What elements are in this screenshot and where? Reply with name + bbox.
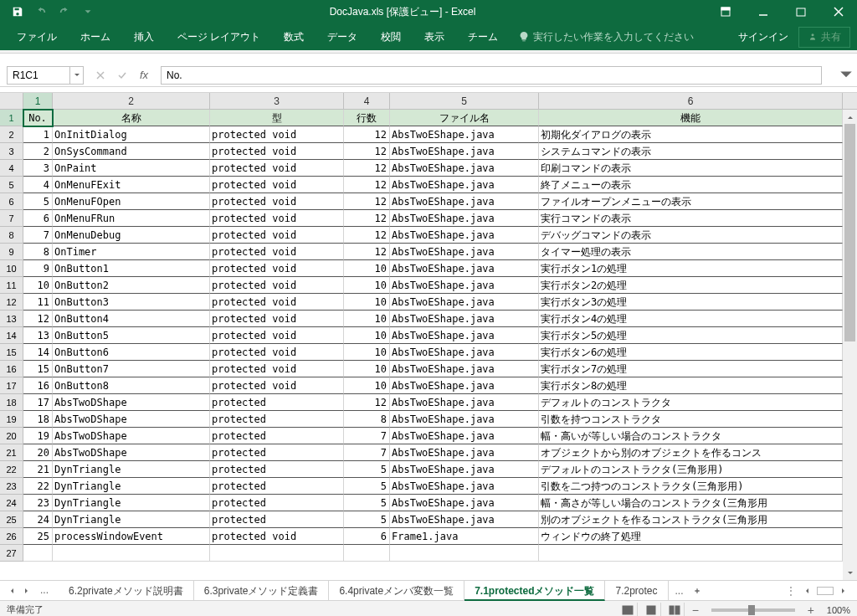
cell[interactable]: DynTriangle	[53, 511, 210, 528]
row-header[interactable]: 9	[0, 244, 23, 260]
cell[interactable]: 11	[23, 294, 53, 311]
cell[interactable]: 15	[23, 361, 53, 377]
cell[interactable]: DynTriangle	[53, 495, 210, 511]
cell[interactable]: 実行ボタン5の処理	[539, 327, 843, 344]
cell[interactable]: 9	[23, 260, 53, 277]
cell[interactable]: 10	[344, 277, 390, 294]
undo-button[interactable]	[30, 3, 52, 21]
cell[interactable]: protected	[210, 511, 344, 528]
cell[interactable]: 25	[23, 528, 53, 545]
tab-view[interactable]: 表示	[414, 23, 454, 50]
tab-team[interactable]: チーム	[458, 23, 508, 50]
tab-page-layout[interactable]: ページ レイアウト	[167, 23, 270, 50]
cell[interactable]: OnSysCommand	[53, 143, 210, 160]
row-header[interactable]: 4	[0, 160, 23, 177]
cell[interactable]: OnMenuDebug	[53, 227, 210, 244]
cell[interactable]: protected void	[210, 160, 344, 177]
cell[interactable]: OnMenuFExit	[53, 177, 210, 193]
row-header[interactable]: 26	[0, 528, 23, 545]
row-header[interactable]: 23	[0, 478, 23, 495]
cell[interactable]: 13	[23, 327, 53, 344]
cell[interactable]: AbsTwoEShape.java	[390, 511, 539, 528]
cell[interactable]: 21	[23, 461, 53, 478]
cell[interactable]: 12	[344, 193, 390, 210]
cell[interactable]: ウィンドウの終了処理	[539, 528, 843, 545]
cell[interactable]: デバッグコマンドの表示	[539, 227, 843, 244]
cell[interactable]: protected	[210, 428, 344, 444]
tab-data[interactable]: データ	[317, 23, 367, 50]
cell[interactable]: protected void	[210, 344, 344, 361]
header-cell[interactable]: 機能	[539, 110, 843, 126]
cell[interactable]: システムコマンドの表示	[539, 143, 843, 160]
cell[interactable]: AbsTwoEShape.java	[390, 327, 539, 344]
cell[interactable]: 17	[23, 394, 53, 411]
sheet-tab[interactable]: 6.3privateメソッド定義書	[194, 581, 330, 601]
cell[interactable]: OnMenuFRun	[53, 210, 210, 227]
close-button[interactable]	[819, 0, 857, 23]
cell[interactable]: AbsTwoEShape.java	[390, 495, 539, 511]
cell[interactable]: processWindowEvent	[53, 528, 210, 545]
cell[interactable]: 幅・高いが等しい場合のコンストラクタ	[539, 428, 843, 444]
tab-insert[interactable]: 挿入	[124, 23, 164, 50]
row-header[interactable]: 10	[0, 260, 23, 277]
page-layout-view-button[interactable]	[643, 603, 661, 617]
cell[interactable]: 印刷コマンドの表示	[539, 160, 843, 177]
cell[interactable]: 実行ボタン3の処理	[539, 294, 843, 311]
qat-customize[interactable]	[77, 3, 99, 21]
cell[interactable]: 6	[23, 210, 53, 227]
cell[interactable]: OnTimer	[53, 244, 210, 260]
cell[interactable]: OnButton5	[53, 327, 210, 344]
cell[interactable]: 実行コマンドの表示	[539, 210, 843, 227]
tab-nav-next[interactable]	[20, 584, 33, 598]
cell[interactable]: OnMenuFOpen	[53, 193, 210, 210]
cell[interactable]: protected	[210, 411, 344, 428]
cell[interactable]: 12	[344, 177, 390, 193]
cell[interactable]: AbsTwoEShape.java	[390, 193, 539, 210]
cell[interactable]: 5	[344, 478, 390, 495]
cell[interactable]: 実行ボタン4の処理	[539, 311, 843, 327]
row-header[interactable]: 13	[0, 311, 23, 327]
cell[interactable]: OnButton2	[53, 277, 210, 294]
cell[interactable]: デフォルトのコンストラクタ(三角形用)	[539, 461, 843, 478]
cell[interactable]: OnPaint	[53, 160, 210, 177]
header-cell[interactable]: No.	[23, 110, 53, 126]
cell[interactable]: AbsTwoEShape.java	[390, 160, 539, 177]
cell[interactable]: protected void	[210, 227, 344, 244]
row-header[interactable]: 16	[0, 361, 23, 377]
header-cell[interactable]: 行数	[344, 110, 390, 126]
cell[interactable]: 12	[344, 160, 390, 177]
cell[interactable]: OnButton7	[53, 361, 210, 377]
cell[interactable]: 8	[23, 244, 53, 260]
cell[interactable]: AbsTwoEShape.java	[390, 126, 539, 143]
zoom-out-button[interactable]: −	[690, 603, 701, 617]
cell[interactable]: 10	[344, 377, 390, 394]
cell[interactable]: protected void	[210, 193, 344, 210]
insert-function-button[interactable]: fx	[134, 66, 154, 85]
scroll-thumb[interactable]	[844, 124, 855, 341]
tab-review[interactable]: 校閲	[371, 23, 411, 50]
col-header-1[interactable]: 1	[23, 93, 53, 109]
ribbon-display-button[interactable]	[706, 0, 744, 23]
cell[interactable]: 10	[23, 277, 53, 294]
cell[interactable]: protected void	[210, 528, 344, 545]
row-header[interactable]: 24	[0, 495, 23, 511]
save-button[interactable]	[7, 3, 28, 21]
cell[interactable]: AbsTwoEShape.java	[390, 461, 539, 478]
cell[interactable]: protected	[210, 478, 344, 495]
row-header[interactable]: 20	[0, 428, 23, 444]
cell[interactable]: 10	[344, 344, 390, 361]
cell[interactable]: protected void	[210, 143, 344, 160]
row-header[interactable]: 12	[0, 294, 23, 311]
cell[interactable]: AbsTwoEShape.java	[390, 377, 539, 394]
cell[interactable]	[344, 545, 390, 562]
cell[interactable]: 5	[344, 461, 390, 478]
row-header[interactable]: 11	[0, 277, 23, 294]
cancel-formula-button[interactable]	[90, 66, 110, 85]
cell[interactable]: AbsTwoEShape.java	[390, 394, 539, 411]
sheet-tab[interactable]: 6.4privateメンバ変数一覧	[329, 581, 464, 601]
tab-file[interactable]: ファイル	[7, 23, 67, 50]
cell[interactable]	[23, 545, 53, 562]
cell[interactable]: 2	[23, 143, 53, 160]
cell[interactable]	[53, 545, 210, 562]
row-header[interactable]: 18	[0, 394, 23, 411]
